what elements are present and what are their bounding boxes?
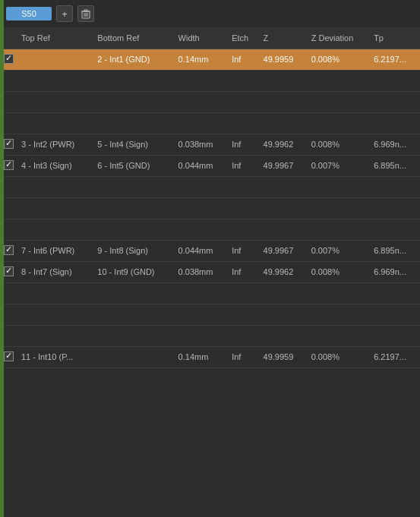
table-row[interactable] bbox=[0, 219, 420, 240]
cell-top-ref bbox=[17, 219, 93, 240]
cell-tp bbox=[369, 176, 420, 197]
cell-top-ref bbox=[17, 325, 93, 346]
cell-top-ref: 11 - Int10 (P... bbox=[17, 346, 93, 367]
table-row[interactable] bbox=[0, 282, 420, 304]
cell-z-deviation: 0.007% bbox=[307, 240, 369, 261]
cell-z-deviation bbox=[307, 176, 369, 197]
checkbox-checked[interactable] bbox=[4, 139, 14, 149]
cell-z: 49.9967 bbox=[259, 240, 307, 261]
cell-tp bbox=[369, 112, 420, 134]
cell-tp: 6.969n... bbox=[369, 261, 420, 282]
cell-top-ref bbox=[17, 112, 93, 134]
cell-z: 49.9959 bbox=[259, 346, 307, 367]
table-row[interactable] bbox=[0, 325, 420, 346]
svg-rect-5 bbox=[84, 10, 88, 11]
delete-button[interactable] bbox=[77, 5, 94, 22]
cell-top-ref bbox=[17, 70, 93, 91]
cell-bottom-ref bbox=[93, 176, 173, 197]
cell-z-deviation: 0.008% bbox=[307, 346, 369, 367]
table-row[interactable] bbox=[0, 112, 420, 134]
cell-z bbox=[259, 70, 307, 91]
checkbox-checked[interactable] bbox=[4, 351, 14, 361]
cell-z bbox=[259, 176, 307, 197]
cell-bottom-ref bbox=[93, 70, 173, 91]
toolbar: S50 + bbox=[0, 0, 420, 27]
cell-z-deviation bbox=[307, 197, 369, 219]
cell-width: 0.038mm bbox=[174, 134, 228, 155]
cell-etch bbox=[227, 304, 258, 325]
impedance-table: Top Ref Bottom Ref Width Etch Z Z Deviat… bbox=[0, 27, 420, 368]
cell-z-deviation: 0.007% bbox=[307, 155, 369, 176]
table-row[interactable] bbox=[0, 197, 420, 219]
col-bottom-ref[interactable]: Bottom Ref bbox=[93, 27, 173, 49]
cell-z: 49.9959 bbox=[259, 49, 307, 70]
cell-z-deviation bbox=[307, 70, 369, 91]
cell-bottom-ref: 5 - Int4 (Sign) bbox=[93, 134, 173, 155]
cell-etch bbox=[227, 176, 258, 197]
cell-width bbox=[174, 219, 228, 240]
cell-tp: 6.895n... bbox=[369, 155, 420, 176]
table-header-row: Top Ref Bottom Ref Width Etch Z Z Deviat… bbox=[0, 27, 420, 49]
add-button[interactable]: + bbox=[56, 5, 73, 22]
cell-tp bbox=[369, 219, 420, 240]
cell-top-ref bbox=[17, 197, 93, 219]
cell-width bbox=[174, 91, 228, 112]
cell-etch bbox=[227, 91, 258, 112]
table-row[interactable] bbox=[0, 70, 420, 91]
cell-top-ref bbox=[17, 176, 93, 197]
cell-width bbox=[174, 282, 228, 304]
cell-bottom-ref bbox=[93, 219, 173, 240]
cell-bottom-ref bbox=[93, 282, 173, 304]
table-row[interactable] bbox=[0, 176, 420, 197]
cell-width bbox=[174, 325, 228, 346]
col-width[interactable]: Width bbox=[174, 27, 228, 49]
cell-z bbox=[259, 91, 307, 112]
cell-width bbox=[174, 176, 228, 197]
cell-z bbox=[259, 304, 307, 325]
cell-bottom-ref bbox=[93, 304, 173, 325]
col-etch[interactable]: Etch bbox=[227, 27, 258, 49]
cell-etch: Inf bbox=[227, 240, 258, 261]
cell-z-deviation: 0.008% bbox=[307, 134, 369, 155]
cell-z-deviation: 0.008% bbox=[307, 49, 369, 70]
cell-bottom-ref: 9 - Int8 (Sign) bbox=[93, 240, 173, 261]
table-row[interactable]: 7 - Int6 (PWR)9 - Int8 (Sign)0.044mmInf4… bbox=[0, 240, 420, 261]
cell-bottom-ref bbox=[93, 91, 173, 112]
checkbox-checked[interactable] bbox=[4, 160, 14, 170]
cell-top-ref bbox=[17, 282, 93, 304]
cell-tp: 6.2197... bbox=[369, 346, 420, 367]
col-z-deviation[interactable]: Z Deviation bbox=[307, 27, 369, 49]
cell-z: 49.9962 bbox=[259, 134, 307, 155]
cell-etch: Inf bbox=[227, 346, 258, 367]
cell-top-ref bbox=[17, 91, 93, 112]
table-row[interactable]: 8 - Int7 (Sign)10 - Int9 (GND)0.038mmInf… bbox=[0, 261, 420, 282]
checkbox-checked[interactable] bbox=[4, 266, 14, 276]
cell-top-ref: 4 - Int3 (Sign) bbox=[17, 155, 93, 176]
cell-width: 0.14mm bbox=[174, 346, 228, 367]
checkbox-checked[interactable] bbox=[4, 54, 14, 64]
checkbox-checked[interactable] bbox=[4, 245, 14, 255]
table-row[interactable] bbox=[0, 91, 420, 112]
cell-tp: 6.895n... bbox=[369, 240, 420, 261]
cell-bottom-ref: 2 - Int1 (GND) bbox=[93, 49, 173, 70]
table-row[interactable]: 2 - Int1 (GND)0.14mmInf49.99590.008%6.21… bbox=[0, 49, 420, 70]
col-tp[interactable]: Tp bbox=[369, 27, 420, 49]
cell-z bbox=[259, 219, 307, 240]
col-z[interactable]: Z bbox=[259, 27, 307, 49]
cell-width: 0.044mm bbox=[174, 240, 228, 261]
cell-top-ref: 3 - Int2 (PWR) bbox=[17, 134, 93, 155]
table-row[interactable] bbox=[0, 304, 420, 325]
cell-z-deviation: 0.008% bbox=[307, 261, 369, 282]
s50-tab[interactable]: S50 bbox=[6, 7, 52, 20]
col-top-ref[interactable]: Top Ref bbox=[17, 27, 93, 49]
table-row[interactable]: 4 - Int3 (Sign)6 - Int5 (GND)0.044mmInf4… bbox=[0, 155, 420, 176]
cell-etch bbox=[227, 325, 258, 346]
table-row[interactable]: 11 - Int10 (P...0.14mmInf49.99590.008%6.… bbox=[0, 346, 420, 367]
cell-top-ref bbox=[17, 304, 93, 325]
cell-etch bbox=[227, 70, 258, 91]
cell-width: 0.14mm bbox=[174, 49, 228, 70]
cell-z-deviation bbox=[307, 304, 369, 325]
cell-z-deviation bbox=[307, 112, 369, 134]
cell-etch bbox=[227, 112, 258, 134]
table-row[interactable]: 3 - Int2 (PWR)5 - Int4 (Sign)0.038mmInf4… bbox=[0, 134, 420, 155]
